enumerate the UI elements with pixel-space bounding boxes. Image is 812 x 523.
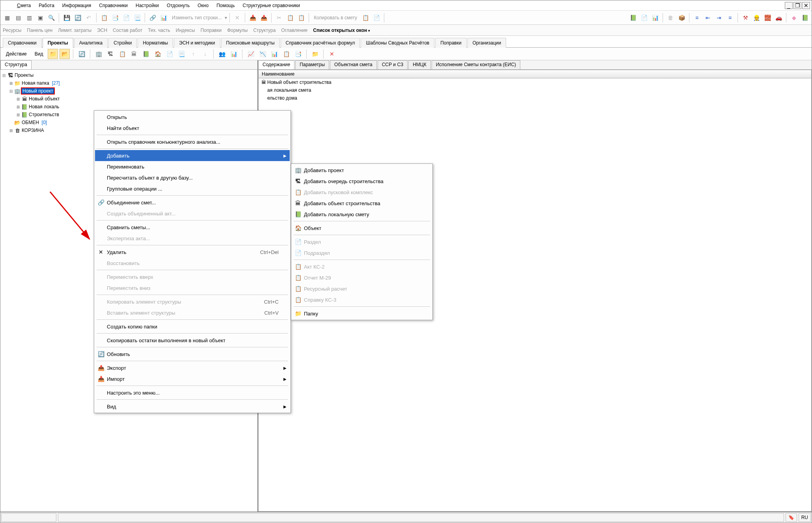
ctx-item-34[interactable]: Настроить это меню... [95, 387, 290, 398]
tree-root[interactable]: Проекты [14, 72, 34, 78]
tool-icon[interactable]: 📥 [248, 13, 258, 23]
tool-icon[interactable]: 📄 [639, 13, 649, 23]
submenu-item-1[interactable]: 🏗Добавить очередь строительства [292, 176, 432, 187]
tool-icon[interactable]: 📗 [628, 13, 638, 23]
maintab-7[interactable]: Справочник расчётных формул [281, 38, 360, 48]
ctx-item-7[interactable]: Пересчитать объект в другую базу... [95, 172, 290, 183]
table-row[interactable]: 🏛Новый объект строительства [259, 78, 811, 86]
table-row[interactable]: ая локальная смета [259, 86, 811, 94]
tool-icon[interactable]: 🗑 [665, 13, 676, 23]
folder-icon[interactable]: 📁 [310, 49, 320, 59]
tool-icon[interactable]: 📃 [132, 13, 142, 23]
tool-icon[interactable]: 📗 [800, 13, 810, 23]
maintab-5[interactable]: ЭСН и методики [174, 38, 220, 48]
tool-icon[interactable]: 👷 [751, 13, 762, 23]
tool-icon[interactable]: 📋 [117, 49, 127, 59]
secondary-5[interactable]: Тех. часть [148, 28, 170, 33]
submenu-item-0[interactable]: 🏢Добавить проект [292, 165, 432, 176]
tool-icon[interactable]: 📈 [246, 49, 256, 59]
menu-окно[interactable]: Окно [194, 2, 212, 9]
righttab-1[interactable]: Параметры [295, 60, 329, 69]
close-button[interactable]: ✕ [802, 2, 810, 9]
menu-настройки[interactable]: Настройки [132, 2, 163, 9]
copy-icon[interactable]: 📋 [285, 13, 295, 23]
folder-icon[interactable]: 📁 [48, 49, 58, 59]
secondary-7[interactable]: Поправки [201, 28, 222, 33]
maintab-9[interactable]: Поправки [435, 38, 466, 48]
ctx-item-36[interactable]: Вид▶ [95, 401, 290, 412]
tool-icon[interactable]: 📦 [676, 13, 687, 23]
menu-справочники[interactable]: Справочники [95, 2, 132, 9]
tool-icon[interactable]: 📊 [650, 13, 660, 23]
secondary-0[interactable]: Ресурсы [3, 28, 21, 33]
expand-icon[interactable]: ⊞ [8, 128, 14, 133]
submenu-item-4[interactable]: 📗Добавить локальную смету [292, 209, 432, 220]
tool-icon[interactable]: ⇤ [703, 13, 713, 23]
table-row[interactable]: ельство дома [259, 94, 811, 102]
tool-icon[interactable]: 📊 [269, 49, 279, 59]
paste-icon[interactable]: 📋 [296, 13, 306, 23]
secondary-1[interactable]: Панель цен [27, 28, 52, 33]
tool-icon[interactable]: 📄 [371, 13, 382, 23]
expand-icon[interactable]: ⊟ [8, 89, 14, 93]
tool-icon[interactable]: 🚗 [773, 13, 784, 23]
action-button[interactable]: Действие [3, 51, 30, 57]
tool-icon[interactable]: 🏛 [129, 49, 139, 59]
menu-структурные справочники[interactable]: Структурные справочники [238, 2, 304, 9]
expand-icon[interactable]: ⊞ [8, 81, 14, 85]
submenu-item-3[interactable]: 🏛Добавить объект строительства [292, 198, 432, 209]
secondary-10[interactable]: Оглавление [281, 28, 307, 33]
tool-icon[interactable]: 🧱 [762, 13, 773, 23]
view-button[interactable]: Вид [32, 51, 47, 57]
tool-icon[interactable]: 📤 [259, 13, 269, 23]
righttab-2[interactable]: Объектная смета [330, 60, 377, 69]
change-type-text[interactable]: Изменить тип строки... [169, 15, 224, 20]
submenu-item-6[interactable]: 🏠Объект [292, 223, 432, 234]
tool-icon[interactable]: 🔗 [147, 13, 158, 23]
tree-item[interactable]: Новая локаль [28, 104, 59, 109]
ctx-item-32[interactable]: 📥Импорт▶ [95, 373, 290, 384]
restore-button[interactable]: ❐ [793, 2, 801, 9]
ctx-item-27[interactable]: Скопировать остатки выполнения в новый о… [95, 335, 290, 346]
tool-icon[interactable]: 📑 [110, 13, 120, 23]
ctx-item-31[interactable]: 📤Экспорт▶ [95, 362, 290, 373]
tool-icon[interactable]: 🏢 [93, 49, 104, 59]
tool-icon[interactable]: 📑 [293, 49, 303, 59]
tool-icon[interactable]: 📊 [158, 13, 169, 23]
tree-item-selected[interactable]: Новый проект [21, 87, 55, 95]
minimize-button[interactable]: _ [785, 2, 793, 9]
maintab-3[interactable]: Стройки [108, 38, 137, 48]
maintab-10[interactable]: Организации [467, 38, 507, 48]
tool-icon[interactable]: 📄 [121, 13, 131, 23]
tool-icon[interactable]: 📃 [176, 49, 186, 59]
save-icon[interactable]: 💾 [61, 13, 72, 23]
menu-смета[interactable]: Смета [13, 2, 35, 9]
copy-to-text[interactable]: Копировать в смету [311, 15, 359, 20]
ctx-item-29[interactable]: 🔄Обновить [95, 349, 290, 360]
ctx-item-3[interactable]: Открыть справочник конъюнктурного анализ… [95, 136, 290, 147]
table-header[interactable]: Наименование [258, 70, 812, 78]
tool-icon[interactable]: ≡ [692, 13, 702, 23]
tree-item[interactable]: КОРЗИНА [21, 128, 44, 133]
righttab-4[interactable]: НМЦК [408, 60, 431, 69]
expand-icon[interactable]: ⊟ [1, 73, 7, 78]
righttab-0[interactable]: Содержание [258, 60, 294, 69]
maintab-0[interactable]: Справочники [3, 38, 42, 48]
tool-icon[interactable]: ▣ [35, 13, 45, 23]
tool-icon[interactable]: ◆ [789, 13, 799, 23]
maintab-1[interactable]: Проекты [43, 38, 73, 48]
ctx-item-5[interactable]: Добавить▶ [95, 150, 290, 161]
tool-icon[interactable]: ⚒ [740, 13, 751, 23]
tool-icon[interactable]: ▤ [13, 13, 23, 23]
maintab-8[interactable]: Шаблоны Сводных Расчётов [361, 38, 434, 48]
righttab-5[interactable]: Исполнение Сметы контракта (ЕИС) [432, 60, 520, 69]
ctx-item-1[interactable]: Найти объект [95, 122, 290, 134]
expand-icon[interactable]: ⊞ [15, 113, 21, 117]
tree-item[interactable]: Новый объект [28, 96, 60, 102]
ctx-item-10[interactable]: 🔗Объединение смет... [95, 197, 290, 208]
menu-помощь[interactable]: Помощь [212, 2, 238, 9]
tool-icon[interactable]: 📉 [257, 49, 268, 59]
ctx-item-8[interactable]: Групповые операции ... [95, 183, 290, 194]
structure-tab[interactable]: Структура [0, 60, 32, 69]
tree-item[interactable]: ОБМЕН [0] [21, 120, 47, 125]
